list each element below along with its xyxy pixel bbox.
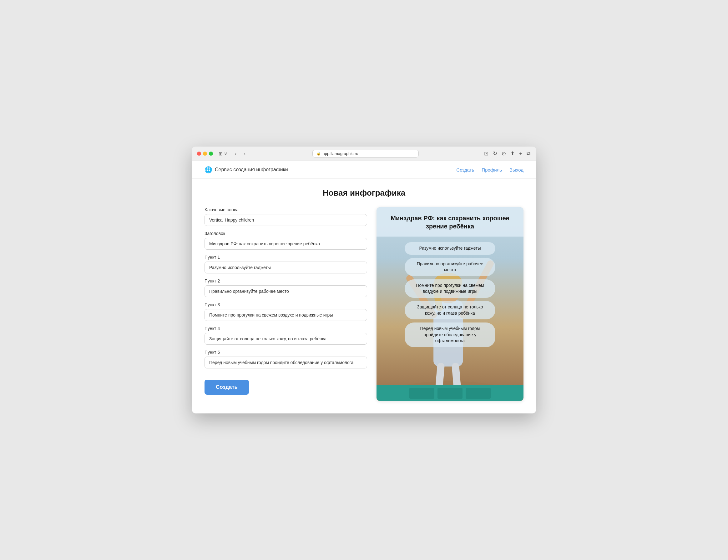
list-item: Правильно организуйте рабочее место [405, 258, 495, 276]
browser-chrome: ⊞ ∨ ‹ › 🔒 app.llamagraphic.ru ⊡ ↻ ⊙ ⬆ + … [192, 147, 536, 161]
point2-label: Пункт 2 [205, 279, 367, 283]
logo-icon: 🌐 [205, 166, 212, 174]
keywords-input[interactable] [205, 214, 367, 226]
teal-block [409, 388, 434, 399]
address-bar: 🔒 app.llamagraphic.ru [251, 150, 480, 158]
list-item: Помните про прогулки на свежем воздухе и… [405, 280, 495, 298]
point1-input[interactable] [205, 262, 367, 274]
logo-text: Сервис создания инфографики [215, 167, 288, 173]
teal-block [466, 388, 491, 399]
point3-group: Пункт 3 [205, 302, 367, 321]
url-text: app.llamagraphic.ru [323, 151, 358, 156]
nav-create-link[interactable]: Создать [456, 167, 474, 173]
content-layout: Ключевые слова Заголовок Пункт 1 Пункт 2 [205, 207, 523, 401]
title-input[interactable] [205, 238, 367, 250]
close-button[interactable] [197, 152, 201, 156]
tabs-icon[interactable]: ⧉ [526, 150, 531, 158]
point3-input[interactable] [205, 309, 367, 321]
point3-label: Пункт 3 [205, 302, 367, 307]
list-item: Защищайте от солнца не только кожу, но и… [405, 301, 495, 319]
keywords-label: Ключевые слова [205, 207, 367, 212]
point5-input[interactable] [205, 356, 367, 368]
browser-window: ⊞ ∨ ‹ › 🔒 app.llamagraphic.ru ⊡ ↻ ⊙ ⬆ + … [192, 147, 536, 413]
keywords-group: Ключевые слова [205, 207, 367, 226]
nav-links: Создать Профиль Выход [456, 167, 523, 173]
point4-input[interactable] [205, 333, 367, 345]
app-logo: 🌐 Сервис создания инфографики [205, 166, 288, 174]
list-item: Разумно используйте гаджеты [405, 242, 495, 255]
nav-profile-link[interactable]: Профиль [482, 167, 502, 173]
point5-label: Пункт 5 [205, 350, 367, 355]
preview-content: Минздрав РФ: как сохранить хорошее зрени… [377, 207, 523, 401]
url-field[interactable]: 🔒 app.llamagraphic.ru [312, 150, 419, 158]
infographic-preview: Минздрав РФ: как сохранить хорошее зрени… [377, 207, 523, 401]
preview-bottom-strip [377, 385, 523, 401]
forward-button[interactable]: › [242, 150, 247, 157]
refresh-icon[interactable]: ↻ [492, 150, 498, 158]
maximize-button[interactable] [209, 152, 213, 156]
point1-group: Пункт 1 [205, 255, 367, 274]
point2-group: Пункт 2 [205, 279, 367, 297]
preview-title-text: Минздрав РФ: как сохранить хорошее зрени… [386, 214, 514, 230]
point4-group: Пункт 4 [205, 326, 367, 345]
teal-block [437, 388, 463, 399]
preview-bottom-content [377, 385, 523, 401]
preview-section: Минздрав РФ: как сохранить хорошее зрени… [377, 207, 523, 401]
point1-label: Пункт 1 [205, 255, 367, 260]
main-content: Новая инфографика Ключевые слова Заголов… [192, 179, 536, 413]
title-group: Заголовок [205, 231, 367, 250]
new-tab-icon[interactable]: + [518, 150, 523, 158]
lock-icon: 🔒 [316, 152, 321, 156]
preview-title-block: Минздрав РФ: как сохранить хорошее зрени… [377, 207, 523, 237]
download-icon[interactable]: ⊙ [501, 150, 507, 158]
traffic-lights [197, 152, 213, 156]
page-title: Новая инфографика [205, 188, 523, 198]
preview-items: Разумно используйте гаджеты Правильно ор… [377, 237, 523, 401]
back-button[interactable]: ‹ [233, 150, 238, 157]
form-section: Ключевые слова Заголовок Пункт 1 Пункт 2 [205, 207, 367, 395]
translate-icon[interactable]: ⊡ [483, 150, 489, 158]
create-button[interactable]: Создать [205, 380, 249, 395]
app-header: 🌐 Сервис создания инфографики Создать Пр… [192, 161, 536, 179]
point4-label: Пункт 4 [205, 326, 367, 331]
list-item: Перед новым учебным годом пройдите обсле… [405, 322, 495, 347]
point5-group: Пункт 5 [205, 350, 367, 368]
preview-background: Минздрав РФ: как сохранить хорошее зрени… [377, 207, 523, 401]
minimize-button[interactable] [203, 152, 207, 156]
sidebar-toggle-button[interactable]: ⊞ ∨ [217, 150, 229, 157]
browser-right-controls: ⊡ ↻ ⊙ ⬆ + ⧉ [483, 150, 531, 158]
title-label: Заголовок [205, 231, 367, 236]
share-icon[interactable]: ⬆ [510, 150, 515, 158]
nav-logout-link[interactable]: Выход [509, 167, 523, 173]
point2-input[interactable] [205, 285, 367, 297]
